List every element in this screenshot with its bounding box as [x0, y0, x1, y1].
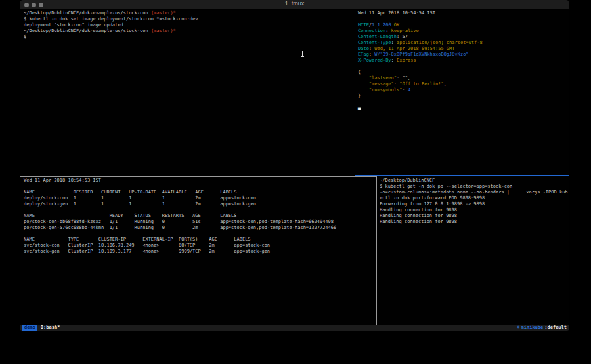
terminal-line: HTTP/1.1 200 OK — [358, 22, 483, 28]
terminal-line: deploy/stock-con 1 1 1 1 2m app=stock-co… — [24, 195, 336, 201]
terminal-line: Handling connection for 9898 — [380, 213, 568, 219]
kube-status: ☸ minikube :default — [517, 325, 567, 331]
pane-divider-horizontal[interactable] — [20, 176, 377, 177]
terminal-line: Date: Wed, 11 Apr 2018 09:54:55 GMT — [358, 46, 483, 52]
terminal-line: deploy/stock-gen 1 1 1 1 2m app=stock-ge… — [24, 201, 336, 207]
pane-divider-vertical-bottom[interactable] — [376, 177, 377, 325]
kube-namespace: :default — [544, 325, 567, 331]
terminal-line: "numsymbols": 4 — [358, 87, 483, 93]
terminal-line: Forwarding from 127.0.0.1:9898 -> 9898 — [380, 201, 568, 207]
terminal-line: "lastseen": "", — [358, 75, 483, 81]
terminal-line — [24, 231, 336, 237]
terminal-line — [358, 64, 483, 70]
window-title: 1. tmux — [20, 0, 569, 7]
terminal-line — [358, 16, 483, 22]
terminal-line: $ — [24, 34, 198, 40]
titlebar[interactable]: 1. tmux — [20, 0, 569, 10]
pane-divider-vertical-top[interactable] — [355, 9, 355, 176]
terminal-line: NAME READY STATUS RESTARTS AGE LABELS — [24, 213, 336, 219]
terminal-line: Content-Length: 57 — [358, 34, 483, 40]
terminal-line: ~/Desktop/DublinCNCF/dok-example-us/stoc… — [24, 28, 198, 34]
terminal-line: Connection: keep-alive — [358, 28, 483, 34]
terminal-line: Content-Type: application/json; charset=… — [358, 40, 483, 46]
pane-divider-horizontal-active[interactable] — [355, 175, 569, 176]
terminal-line: po/stock-con-bb68f88fd-kzsxz 1/1 Running… — [24, 219, 336, 225]
terminal-line: Handling connection for 9898 — [380, 219, 568, 225]
terminal-line: } — [358, 93, 483, 99]
terminal-line: ~/Desktop/DublinCNCF/dok-example-us/stoc… — [24, 10, 198, 16]
terminal-line: Wed 11 Apr 2018 10:54:53 IST — [24, 178, 336, 184]
terminal-line: ETag: W/"39-0xBPf9aF1dXVNkhsxoBQgJ8vKzo" — [358, 52, 483, 58]
terminal-line: ▄ — [358, 105, 483, 111]
terminal-line — [24, 207, 336, 213]
terminal-line: Wed 11 Apr 2018 10:54:54 IST — [358, 10, 483, 16]
terminal-line: deployment "stock-con" image updated — [24, 22, 198, 28]
terminal-line: $ kubectl -n dok set image deployment/st… — [24, 16, 198, 22]
close-button[interactable] — [24, 3, 29, 7]
terminal-line: Handling connection for 9898 — [380, 207, 568, 213]
kube-context: minikube — [521, 325, 544, 331]
session-name: demo — [22, 325, 37, 331]
pane-bottom-right-terminal[interactable]: ~/Desktop/DublinCNCF$ kubectl get -n dok… — [380, 178, 568, 225]
terminal-line: po/stock-gen-576cc688bb-44kmn 1/1 Runnin… — [24, 225, 336, 231]
terminal-line — [24, 184, 336, 190]
terminal-line: X-Powered-By: Express — [358, 58, 483, 64]
terminal-line: $ kubectl get -n dok po --selector=app=s… — [380, 184, 568, 190]
kubernetes-icon: ☸ — [517, 325, 519, 331]
pane-top-left-terminal[interactable]: ~/Desktop/DublinCNCF/dok-example-us/stoc… — [24, 10, 198, 40]
window-item-bash[interactable]: 0:bash* — [41, 325, 60, 331]
zoom-button[interactable] — [39, 3, 43, 7]
traffic-lights — [24, 3, 43, 7]
terminal-line: NAME TYPE CLUSTER-IP EXTERNAL-IP PORT(S)… — [24, 237, 336, 243]
tmux-status-bar: demo 0:bash* ☸ minikube :default — [20, 325, 569, 331]
terminal-line — [358, 99, 483, 105]
terminal-line: ectl -n dok port-forward POD 9898:9898 — [380, 195, 568, 201]
minimize-button[interactable] — [32, 3, 36, 7]
mouse-cursor-ibeam — [301, 51, 304, 57]
terminal-line: "message": "Off to Berlin!", — [358, 81, 483, 87]
terminal-window: 1. tmux ~/Desktop/DublinCNCF/dok-example… — [20, 0, 569, 331]
terminal-line: svc/stock-con ClusterIP 10.106.78.249 <n… — [24, 243, 336, 249]
terminal-line: -o=custom-columns=:metadata.name --no-he… — [380, 190, 568, 195]
pane-bottom-left-terminal[interactable]: Wed 11 Apr 2018 10:54:53 IST NAME DESIRE… — [24, 178, 336, 254]
terminal-line: svc/stock-gen ClusterIP 10.109.3.177 <no… — [24, 249, 336, 254]
pane-top-right-terminal[interactable]: Wed 11 Apr 2018 10:54:54 IST HTTP/1.1 20… — [358, 10, 483, 111]
terminal-line: { — [358, 70, 483, 75]
terminal-line: ~/Desktop/DublinCNCF — [380, 178, 568, 184]
terminal-line: NAME DESIRED CURRENT UP-TO-DATE AVAILABL… — [24, 190, 336, 195]
